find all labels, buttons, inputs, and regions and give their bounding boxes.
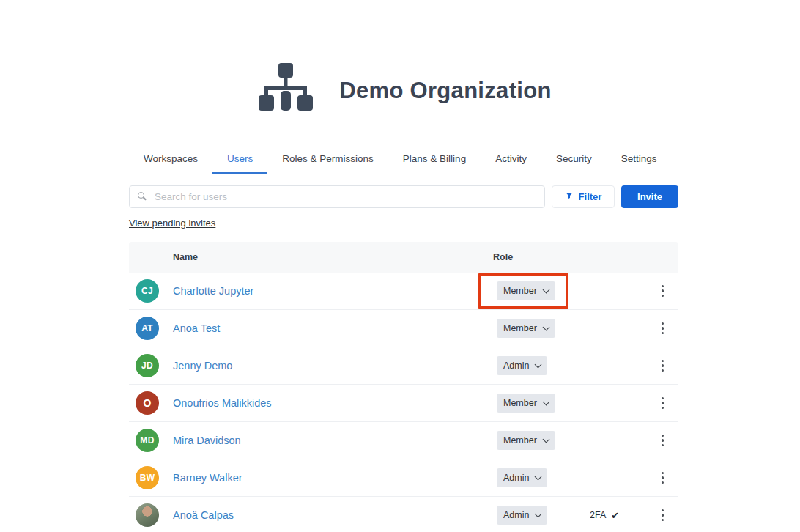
table-header-row: Name Role	[129, 242, 678, 273]
users-table: Name Role CJ Charlotte Jupyter Member AT…	[129, 242, 678, 532]
column-header-name: Name	[173, 252, 493, 262]
search-input[interactable]	[129, 185, 545, 208]
role-dropdown[interactable]: Admin	[497, 356, 547, 375]
row-menu-button[interactable]	[657, 393, 669, 414]
avatar: JD	[136, 354, 159, 377]
filter-button-label: Filter	[579, 191, 602, 202]
table-row: Anoä Calpas Admin 2FA ✔	[129, 497, 678, 532]
chevron-down-icon	[542, 398, 549, 405]
role-label: Member	[503, 435, 537, 446]
role-dropdown[interactable]: Member	[497, 394, 555, 413]
page-title: Demo Organization	[339, 78, 551, 104]
search-field-wrap	[129, 185, 545, 208]
chevron-down-icon	[542, 435, 549, 443]
chevron-down-icon	[542, 323, 549, 330]
avatar: O	[136, 391, 159, 415]
filter-button[interactable]: Filter	[552, 185, 615, 208]
row-menu-button[interactable]	[657, 430, 669, 451]
role-dropdown[interactable]: Admin	[497, 506, 547, 525]
table-row: BW Barney Walker Admin	[129, 459, 678, 497]
avatar: MD	[136, 429, 159, 452]
tab-activity[interactable]: Activity	[481, 153, 541, 174]
row-menu-button[interactable]	[657, 318, 669, 339]
check-icon: ✔	[611, 510, 619, 521]
org-header: Demo Organization	[129, 0, 678, 119]
table-row: AT Anoa Test Member	[129, 310, 678, 347]
column-header-role: Role	[493, 252, 585, 262]
toolbar: Filter Invite	[129, 185, 678, 208]
user-name-link[interactable]: Mira Davidson	[173, 435, 241, 446]
avatar: BW	[136, 466, 159, 489]
user-name-link[interactable]: Charlotte Jupyter	[173, 285, 253, 297]
row-menu-button[interactable]	[657, 468, 669, 489]
table-row: MD Mira Davidson Member	[129, 422, 678, 459]
role-label: Admin	[503, 473, 529, 483]
row-menu-button[interactable]	[657, 281, 669, 302]
org-chart-icon	[256, 63, 316, 119]
user-name-link[interactable]: Barney Walker	[173, 472, 242, 484]
invite-button[interactable]: Invite	[621, 185, 678, 208]
chevron-down-icon	[535, 361, 542, 368]
tab-workspaces[interactable]: Workspaces	[129, 153, 212, 174]
role-label: Member	[503, 398, 537, 408]
chevron-down-icon	[542, 286, 549, 293]
role-dropdown[interactable]: Admin	[497, 468, 547, 487]
chevron-down-icon	[535, 510, 542, 517]
tab-security[interactable]: Security	[541, 153, 607, 174]
two-fa-label: 2FA	[590, 510, 606, 520]
role-dropdown[interactable]: Member	[497, 319, 555, 338]
table-row: O Onoufrios Malikkides Member	[129, 385, 678, 422]
view-pending-invites-link[interactable]: View pending invites	[129, 218, 215, 229]
role-label: Member	[503, 323, 537, 333]
role-label: Admin	[503, 361, 529, 371]
tab-bar: Workspaces Users Roles & Permissions Pla…	[129, 153, 678, 174]
user-name-link[interactable]: Anoa Test	[173, 322, 220, 334]
user-name-link[interactable]: Anoä Calpas	[173, 509, 234, 521]
search-icon	[138, 192, 144, 199]
role-label: Member	[503, 286, 537, 296]
table-row: JD Jenny Demo Admin	[129, 347, 678, 385]
tab-plans-billing[interactable]: Plans & Billing	[388, 153, 481, 174]
tab-users[interactable]: Users	[212, 153, 267, 174]
avatar: CJ	[136, 279, 159, 303]
avatar-photo	[136, 503, 159, 527]
user-name-link[interactable]: Onoufrios Malikkides	[173, 397, 272, 409]
page-container: Demo Organization Workspaces Users Roles…	[129, 0, 678, 532]
tab-settings[interactable]: Settings	[607, 153, 672, 174]
user-name-link[interactable]: Jenny Demo	[173, 360, 232, 372]
tab-roles-permissions[interactable]: Roles & Permissions	[267, 153, 388, 174]
chevron-down-icon	[535, 473, 542, 480]
table-row: CJ Charlotte Jupyter Member	[129, 273, 678, 310]
funnel-icon	[565, 191, 574, 202]
role-dropdown[interactable]: Member	[497, 431, 555, 450]
role-dropdown[interactable]: Member	[497, 281, 555, 300]
role-label: Admin	[503, 510, 529, 520]
avatar: AT	[136, 317, 159, 340]
row-menu-button[interactable]	[657, 505, 669, 526]
row-menu-button[interactable]	[657, 355, 669, 377]
